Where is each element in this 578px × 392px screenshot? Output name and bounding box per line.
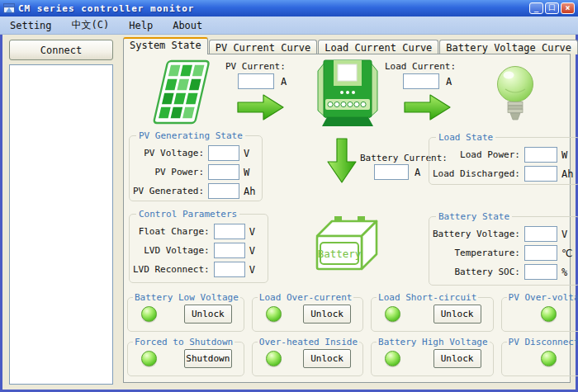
pv-voltage-input[interactable]	[208, 145, 239, 161]
group-title: Load State	[436, 132, 495, 143]
load-current-unit: A	[446, 76, 452, 87]
alarm-title: Over-heated Inside	[258, 337, 359, 347]
alarm-title: PV Over-voltage	[507, 292, 578, 303]
tab-system-state[interactable]: System State	[123, 37, 208, 54]
alarm-pv-disconnected: PV Disconnected	[501, 337, 578, 376]
lvd-reconnect-label: LVD Reconnect:	[133, 264, 210, 275]
pv-generated-input[interactable]	[208, 183, 239, 199]
battery-current-input[interactable]	[374, 164, 409, 180]
load-power-input[interactable]	[524, 147, 557, 163]
pv-current-unit: A	[281, 76, 287, 87]
pv-generated-label: PV Generated:	[133, 186, 204, 196]
menu-bar: Setting 中文(C) Help About	[0, 17, 578, 35]
status-led	[141, 306, 157, 322]
load-power-label: Load Power:	[460, 149, 520, 160]
unlock-button[interactable]: Unlock	[434, 305, 481, 324]
system-state-panel: PV Current: A Load Cur	[123, 54, 571, 383]
app-icon	[3, 2, 15, 14]
status-led	[541, 351, 557, 366]
tab-pv-current-curve[interactable]: PV Current Curve	[209, 40, 318, 54]
alarm-title: Forced to Shutdown	[133, 337, 235, 347]
float-charge-label: Float Charge:	[139, 226, 210, 237]
arrow-right-icon	[403, 92, 452, 123]
menu-language[interactable]: 中文(C)	[62, 17, 120, 34]
tab-battery-voltage-curve[interactable]: Battery Voltage Curve	[439, 40, 578, 54]
menu-about[interactable]: About	[163, 18, 212, 33]
alarm-forced-to-shutdown: Forced to Shutdown Shutdown	[127, 337, 244, 376]
menu-help[interactable]: Help	[119, 18, 163, 33]
battery-voltage-input[interactable]	[524, 226, 557, 242]
float-charge-input[interactable]	[214, 224, 245, 239]
alarm-title: Load Short-circuit	[377, 292, 478, 303]
light-bulb-icon	[494, 64, 537, 125]
battery-soc-input[interactable]	[524, 264, 557, 280]
pv-power-label: PV Power:	[154, 167, 204, 177]
group-title: Battery State	[436, 211, 512, 222]
solar-panel-icon	[152, 59, 211, 126]
alarm-load-short-circuit: Load Short-circuit Unlock	[371, 292, 493, 332]
battery-soc-label: Battery SOC:	[454, 267, 519, 277]
status-led	[385, 351, 400, 366]
battery-current-unit: A	[415, 167, 420, 178]
load-discharged-label: Load Discharged:	[433, 168, 520, 179]
window-title: CM series controller monitor	[18, 3, 529, 14]
temperature-label: Temperature:	[454, 248, 519, 258]
tab-load-current-curve[interactable]: Load Current Curve	[318, 40, 438, 54]
alarm-title: Battery High Voltage	[377, 337, 489, 347]
maximize-button[interactable]: 口	[545, 2, 559, 14]
group-battery-state: Battery State Battery Voltage: V Tempera…	[429, 211, 578, 286]
tab-strip: System State PV Current Curve Load Curre…	[123, 38, 578, 54]
status-led	[541, 306, 557, 322]
unlock-button[interactable]: Unlock	[184, 305, 232, 324]
alarm-load-over-current: Load Over-current Unlock	[252, 292, 363, 332]
load-discharged-input[interactable]	[524, 166, 557, 182]
pv-power-input[interactable]	[208, 164, 239, 180]
app-window: CM series controller monitor _ 口 × Setti…	[0, 0, 578, 392]
alarm-grid: Battery Low Voltage Unlock Load Over-cur…	[127, 292, 566, 376]
pv-voltage-label: PV Voltage:	[144, 148, 204, 158]
client-area: Connect System State PV Current Curve Lo…	[2, 35, 576, 390]
group-load-state: Load State Load Power: W Load Discharged…	[429, 132, 578, 185]
menu-setting[interactable]: Setting	[0, 18, 62, 33]
minimize-button[interactable]: _	[529, 2, 543, 14]
group-pv-generating-state: PV Generating State PV Voltage: V PV Pow…	[129, 130, 263, 201]
controller-icon	[317, 58, 378, 127]
battery-text: Battery	[318, 248, 362, 260]
lvd-voltage-input[interactable]	[214, 243, 245, 258]
group-control-parameters: Control Parameters Float Charge: V LVD V…	[129, 209, 268, 283]
alarm-battery-low-voltage: Battery Low Voltage Unlock	[127, 292, 244, 332]
alarm-title: Battery Low Voltage	[133, 292, 240, 303]
status-led	[266, 351, 282, 366]
status-led	[266, 306, 282, 322]
lvd-reconnect-input[interactable]	[214, 262, 245, 277]
connect-button[interactable]: Connect	[9, 40, 113, 60]
unlock-button[interactable]: Unlock	[303, 349, 351, 368]
lvd-voltage-label: LVD Voltage:	[144, 245, 209, 256]
pv-current-label: PV Current:	[225, 61, 286, 72]
load-current-input[interactable]	[403, 73, 439, 89]
alarm-battery-high-voltage: Battery High Voltage Unlock	[371, 337, 493, 376]
arrow-down-icon	[326, 137, 358, 185]
arrow-right-icon	[236, 92, 286, 123]
alarm-title: Load Over-current	[258, 292, 354, 303]
status-led	[385, 306, 400, 322]
alarm-pv-over-voltage: PV Over-voltage	[501, 292, 578, 332]
shutdown-button[interactable]: Shutdown	[184, 349, 232, 368]
battery-icon: Battery	[310, 208, 383, 281]
temperature-input[interactable]	[524, 245, 557, 261]
alarm-title: PV Disconnected	[507, 337, 578, 347]
load-current-label: Load Current:	[385, 61, 456, 72]
alarm-over-heated-inside: Over-heated Inside Unlock	[252, 337, 363, 376]
status-led	[141, 351, 157, 366]
group-title: PV Generating State	[136, 130, 245, 141]
title-bar[interactable]: CM series controller monitor _ 口 ×	[0, 0, 578, 17]
unlock-button[interactable]: Unlock	[434, 349, 481, 368]
device-listbox[interactable]	[9, 64, 113, 385]
group-title: Control Parameters	[136, 209, 239, 220]
unlock-button[interactable]: Unlock	[303, 305, 351, 324]
battery-voltage-label: Battery Voltage:	[433, 229, 520, 239]
pv-current-input[interactable]	[238, 73, 274, 89]
close-button[interactable]: ×	[561, 2, 575, 14]
